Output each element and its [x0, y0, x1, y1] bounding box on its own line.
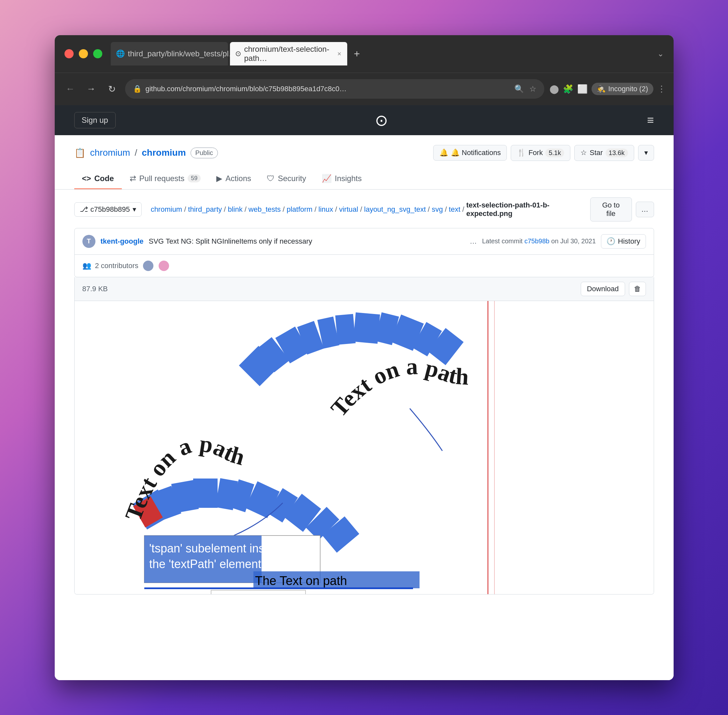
tab-insights[interactable]: 📈 Insights: [314, 169, 370, 189]
file-section: ⎇ c75b98b895 ▾ chromium/ third_party/ bl…: [55, 190, 674, 680]
back-button[interactable]: ←: [63, 81, 78, 97]
star-label: Star: [589, 149, 603, 157]
tab-actions-label: Actions: [225, 174, 251, 183]
hamburger-icon[interactable]: ≡: [647, 113, 654, 127]
bookmark-icon[interactable]: ☆: [529, 84, 537, 94]
breadcrumb-text[interactable]: text: [449, 205, 460, 214]
repo-title-row: 📋 chromium / chromium Public 🔔 🔔 Notific…: [74, 145, 654, 161]
contributors-bar: 👥 2 contributors: [74, 255, 654, 277]
browser-window: 🌐 third_party/blink/web_tests/pl… ✕ ⊙ ch…: [55, 35, 674, 680]
tab-2-favicon: ⊙: [235, 50, 241, 58]
commit-bar: T tkent-google SVG Text NG: Split NGInli…: [74, 228, 654, 255]
tab-1[interactable]: 🌐 third_party/blink/web_tests/pl… ✕: [111, 42, 228, 65]
breadcrumb-platform[interactable]: platform: [286, 205, 312, 214]
contributor-avatar-2[interactable]: [158, 260, 170, 272]
tab-2[interactable]: ⊙ chromium/text-selection-path… ✕: [230, 42, 347, 65]
commit-ellipsis: …: [470, 237, 477, 246]
commit-author[interactable]: tkent-google: [101, 237, 144, 246]
repo-name-link[interactable]: chromium: [142, 148, 186, 158]
security-icon: 🛡: [267, 174, 274, 183]
repo-header: 📋 chromium / chromium Public 🔔 🔔 Notific…: [55, 135, 674, 190]
tab-pull-requests[interactable]: ⇄ Pull requests 59: [122, 169, 209, 189]
lock-icon: 🔒: [133, 85, 142, 93]
commit-message: SVG Text NG: Split NGInlineItems only if…: [149, 237, 464, 246]
repo-title: 📋 chromium / chromium Public: [74, 148, 218, 158]
address-bar[interactable]: 🔒 github.com/chromium/chromium/blob/c75b…: [125, 79, 545, 99]
extensions-icon[interactable]: 🧩: [563, 84, 573, 94]
notifications-label: 🔔 Notifications: [451, 149, 500, 157]
download-button[interactable]: Download: [581, 282, 625, 296]
file-toolbar: 87.9 KB Download 🗑: [75, 277, 654, 301]
pr-badge: 59: [188, 174, 200, 183]
tab-actions[interactable]: ▶ Actions: [208, 169, 259, 189]
star-icon: ☆: [580, 149, 587, 157]
file-display: 87.9 KB Download 🗑: [74, 277, 654, 594]
svg-rect-6: [193, 478, 218, 508]
breadcrumb-actions: Go to file …: [590, 198, 654, 222]
branch-selector[interactable]: ⎇ c75b98b895 ▾: [74, 202, 142, 217]
more-icon[interactable]: ⋮: [657, 84, 666, 94]
repo-owner-link[interactable]: chromium: [90, 148, 130, 158]
fork-icon: 🍴: [517, 149, 526, 157]
contributors-icon: 👥: [82, 262, 91, 270]
tab-globe-icon: 🌐: [116, 50, 125, 58]
fork-button[interactable]: 🍴 Fork 5.1k: [511, 145, 570, 161]
contributor-avatar-1[interactable]: [142, 260, 154, 272]
profile-icon[interactable]: ⬤: [550, 84, 559, 94]
tab-insights-label: Insights: [335, 174, 362, 183]
svg-text:The Text on path: The Text on path: [255, 574, 347, 588]
star-button[interactable]: ☆ Star 13.6k: [574, 145, 634, 161]
repo-slash: /: [134, 148, 137, 158]
commit-meta: Latest commit c75b98b on Jul 30, 2021: [482, 237, 596, 245]
go-to-file-button[interactable]: Go to file: [590, 198, 632, 222]
sidebar-icon[interactable]: ⬜: [577, 84, 588, 94]
breadcrumb-svg[interactable]: svg: [432, 205, 443, 214]
address-text: github.com/chromium/chromium/blob/c75b98…: [146, 85, 511, 93]
refresh-button[interactable]: ↻: [104, 81, 120, 97]
notifications-button[interactable]: 🔔 🔔 Notifications: [433, 145, 507, 161]
actions-icon: ▶: [216, 174, 222, 183]
bell-icon: 🔔: [439, 149, 448, 157]
delete-button[interactable]: 🗑: [629, 282, 646, 296]
minimize-button[interactable]: [79, 49, 88, 58]
tab-bar: 🌐 third_party/blink/web_tests/pl… ✕ ⊙ ch…: [111, 42, 652, 65]
breadcrumb-web_tests[interactable]: web_tests: [249, 205, 281, 214]
breadcrumb-filename: text-selection-path-01-b-expected.png: [466, 201, 590, 218]
tab-code[interactable]: <> Code: [74, 169, 122, 189]
sign-up-button[interactable]: Sign up: [74, 112, 116, 128]
tab-1-label: third_party/blink/web_tests/pl…: [128, 49, 237, 58]
commit-hash[interactable]: c75b98b: [525, 237, 550, 244]
fork-count: 5.1k: [545, 149, 564, 157]
author-avatar: T: [82, 235, 95, 248]
page-content: Sign up ⊙ ≡ 📋 chromium / chromium Public…: [55, 105, 674, 680]
file-actions: Download 🗑: [581, 282, 646, 296]
tab-2-close[interactable]: ✕: [336, 50, 342, 57]
repo-actions: 🔔 🔔 Notifications 🍴 Fork 5.1k ☆ Star 13.…: [433, 145, 654, 161]
pr-icon: ⇄: [130, 174, 136, 183]
window-controls: ⌄: [657, 49, 664, 58]
new-tab-button[interactable]: +: [349, 46, 365, 62]
incognito-button[interactable]: 🕵 Incognito (2): [591, 83, 653, 95]
breadcrumb-virtual[interactable]: virtual: [339, 205, 358, 214]
traffic-lights: [65, 49, 102, 58]
search-icon[interactable]: 🔍: [514, 84, 524, 94]
breadcrumb-layout[interactable]: layout_ng_svg_text: [364, 205, 426, 214]
repo-icon: 📋: [74, 148, 86, 158]
tab-security[interactable]: 🛡 Security: [259, 169, 314, 189]
breadcrumb-blink[interactable]: blink: [228, 205, 242, 214]
title-bar: 🌐 third_party/blink/web_tests/pl… ✕ ⊙ ch…: [55, 35, 674, 72]
breadcrumb-third_party[interactable]: third_party: [188, 205, 222, 214]
star-dropdown-button[interactable]: ▾: [638, 145, 654, 161]
contributors-count: 2 contributors: [95, 262, 139, 270]
breadcrumb-chromium[interactable]: chromium: [151, 205, 182, 214]
maximize-button[interactable]: [93, 49, 102, 58]
window-chevron-button[interactable]: ⌄: [657, 49, 664, 58]
close-button[interactable]: [65, 49, 74, 58]
history-button[interactable]: 🕐 History: [601, 234, 646, 249]
incognito-avatar: 🕵: [597, 85, 606, 93]
forward-button[interactable]: →: [83, 81, 99, 97]
tab-security-label: Security: [278, 174, 306, 183]
more-button[interactable]: …: [636, 202, 654, 217]
breadcrumb-linux[interactable]: linux: [318, 205, 333, 214]
incognito-label: Incognito (2): [608, 85, 648, 93]
